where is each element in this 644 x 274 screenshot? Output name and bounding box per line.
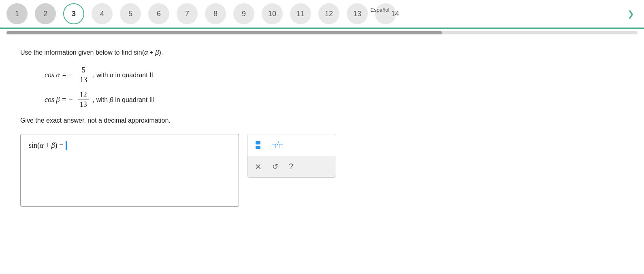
nav-item-7[interactable]: 7: [177, 3, 198, 24]
condition2-lhs: cos β = −: [45, 96, 73, 104]
condition-1: cos α = − 5 13 , with α in quadrant II: [45, 66, 624, 84]
math-conditions: cos α = − 5 13 , with α in quadrant II c…: [45, 66, 624, 109]
next-arrow[interactable]: ❯: [624, 7, 638, 20]
nav-item-1[interactable]: 1: [6, 3, 28, 24]
nav-item-3[interactable]: 3: [63, 3, 84, 24]
nav-item-6[interactable]: 6: [148, 3, 169, 24]
problem-instruction: Use the information given below to find …: [20, 49, 624, 56]
fraction-icon-den: [256, 146, 260, 149]
math-toolbar: □√□ ✕ ↺ ?: [247, 134, 336, 178]
answer-label-text: sin(α + β) =: [29, 141, 63, 150]
answer-cursor: [66, 141, 67, 150]
main-content: Use the information given below to find …: [0, 37, 644, 219]
help-icon: ?: [289, 162, 293, 171]
instruction-prefix: Use the information given below to find: [20, 49, 132, 56]
condition2-numerator: 12: [78, 91, 89, 100]
nav-item-14[interactable]: Español 14: [375, 3, 396, 24]
exact-instruction: Give the exact answer, not a decimal app…: [20, 117, 624, 124]
nav-item-10[interactable]: 10: [262, 3, 283, 24]
fraction-button[interactable]: [253, 140, 263, 151]
fraction-icon-line: [255, 145, 261, 146]
clear-icon: ✕: [255, 162, 262, 172]
progress-bar-track: [6, 31, 638, 34]
help-button[interactable]: ?: [287, 160, 295, 173]
condition2-denominator: 13: [78, 100, 89, 109]
nav-item-13[interactable]: 13: [347, 3, 368, 24]
sqrt-icon: □√□: [272, 140, 283, 150]
top-navigation: 1 2 3 4 5 6 7 8 9 10 11 12 13 Español 14…: [0, 0, 644, 29]
answer-box-label: sin(α + β) =: [29, 141, 230, 150]
condition-2: cos β = − 12 13 , with β in quadrant III: [45, 91, 624, 109]
nav-item-14-label: 14: [391, 10, 399, 18]
progress-bar-fill: [6, 31, 442, 34]
espanol-label: Español: [371, 7, 390, 13]
nav-items: 1 2 3 4 5 6 7 8 9 10 11 12 13 Español 14: [6, 3, 624, 24]
sqrt-button[interactable]: □√□: [270, 138, 285, 152]
nav-item-11[interactable]: 11: [290, 3, 311, 24]
condition2-text: , with β in quadrant III: [93, 96, 155, 104]
condition1-text: , with α in quadrant II: [93, 72, 153, 79]
progress-bar-container: [0, 29, 644, 37]
nav-item-8[interactable]: 8: [205, 3, 226, 24]
undo-icon: ↺: [272, 162, 278, 171]
answer-area: sin(α + β) = □√□: [20, 134, 624, 207]
condition2-fraction: 12 13: [78, 91, 89, 109]
toolbar-row-1: □√□: [247, 134, 336, 156]
nav-item-12[interactable]: 12: [318, 3, 339, 24]
condition1-numerator: 5: [80, 66, 87, 75]
condition1-fraction: 5 13: [78, 66, 89, 84]
fraction-icon-num: [256, 141, 260, 144]
instruction-expr: sin(α + β).: [134, 49, 163, 56]
nav-item-4[interactable]: 4: [92, 3, 113, 24]
undo-button[interactable]: ↺: [271, 161, 280, 173]
nav-item-9[interactable]: 9: [233, 3, 254, 24]
fraction-icon: [255, 141, 261, 149]
condition1-denominator: 13: [78, 75, 89, 84]
condition1-lhs: cos α = −: [45, 71, 73, 79]
answer-box[interactable]: sin(α + β) =: [20, 134, 239, 207]
nav-item-5[interactable]: 5: [120, 3, 141, 24]
nav-item-2[interactable]: 2: [35, 3, 56, 24]
clear-button[interactable]: ✕: [253, 160, 263, 173]
toolbar-row-2: ✕ ↺ ?: [247, 156, 336, 177]
